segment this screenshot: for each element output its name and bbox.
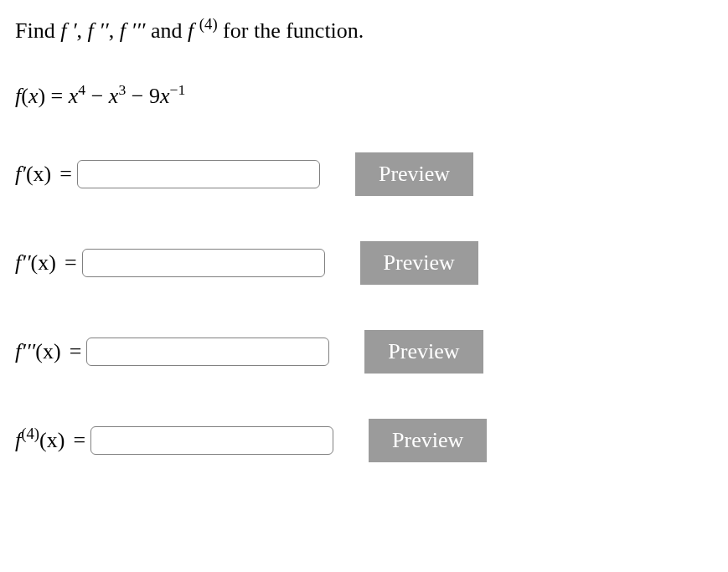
fd-m1: − [85,84,109,108]
fd-t2x: x [109,84,119,108]
sym-f4-sup: (4) [199,15,218,33]
function-definition: f(x) = x4 − x3 − 9x−1 [15,84,713,109]
txt-find: Find [15,18,60,43]
preview-button-2[interactable]: Preview [360,241,478,285]
sym-fprime: f ′ [60,18,76,43]
fd-t2e: 3 [118,81,126,98]
instruction-text: Find f ′, f ′′, f ′′′ and f (4) for the … [15,17,713,45]
fd-op: ( [21,84,28,108]
label-fpp: f′′(x) [15,250,56,276]
fd-t1e: 4 [78,81,85,98]
fd-m2: − [126,84,149,108]
preview-button-3[interactable]: Preview [364,330,483,374]
label-f4: f(4)(x) [15,428,65,453]
eq-1: = [59,162,72,187]
fd-t1x: x [69,84,79,108]
answer-row-f4: f(4)(x) = Preview [15,419,713,462]
txt-and: and [146,18,188,43]
input-fprime[interactable] [77,160,320,188]
answer-row-fprime: f′(x) = Preview [15,152,713,196]
fd-t3c: 9 [149,84,160,108]
sep1: , [77,18,88,43]
preview-button-4[interactable]: Preview [369,419,487,462]
sep2: , [109,18,120,43]
label-fprime: f′(x) [15,162,51,187]
label-fppp: f′′′(x) [15,339,61,364]
answer-row-fpp: f′′(x) = Preview [15,241,713,285]
fd-t3e: −1 [169,81,185,98]
eq-3: = [70,339,82,364]
preview-button-1[interactable]: Preview [355,152,473,196]
input-fppp[interactable] [86,338,329,366]
answer-row-fppp: f′′′(x) = Preview [15,330,713,374]
txt-suffix: for the function. [218,18,364,43]
sym-fpp: f ′′ [88,18,109,43]
input-f4[interactable] [90,426,333,455]
fd-x: x [28,84,39,108]
eq-2: = [65,250,77,276]
fd-cl: ) = [38,84,68,108]
input-fpp[interactable] [82,249,325,277]
sym-f4-base: f [188,18,199,43]
sym-fppp: f ′′′ [120,18,146,43]
eq-4: = [73,428,85,453]
fd-t3x: x [160,84,170,108]
